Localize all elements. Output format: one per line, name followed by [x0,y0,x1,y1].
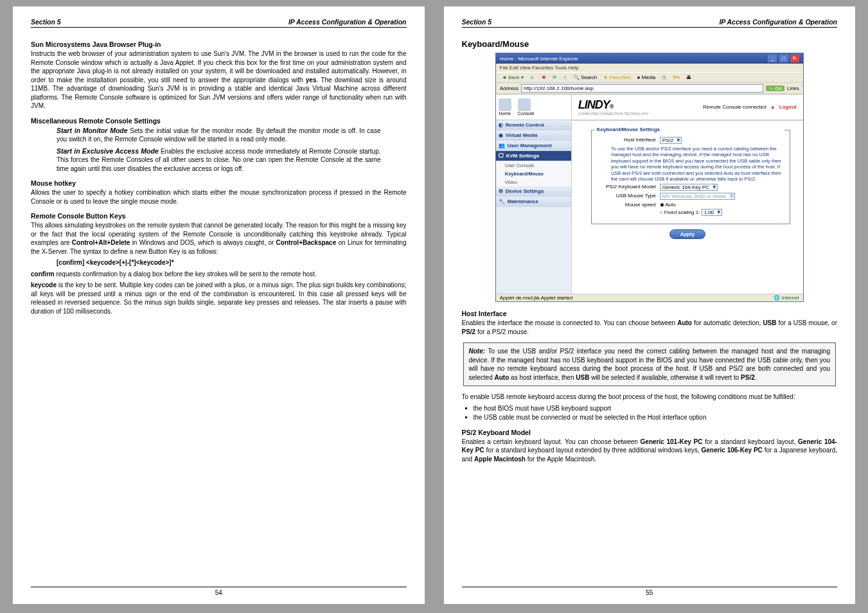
status-zone: 🌐 Internet [774,295,799,301]
address-input[interactable]: http://192.168.2.100/home.asp [521,84,763,93]
window-buttons[interactable]: _ □ ✕ [767,55,799,62]
links-label[interactable]: Links [787,85,799,91]
sidebar-sub-keyboard-mouse[interactable]: Keyboard/Mouse [496,170,571,178]
stop-icon[interactable]: ✖ [540,74,548,81]
sidebar-sub-user-console[interactable]: User Console [496,161,571,170]
address-bar: Address http://192.168.2.100/home.asp → … [496,83,803,94]
go-button[interactable]: → Go [766,85,784,91]
text-confirm: confirm requests confirmation by a dialo… [31,270,407,279]
window-titlebar: Home - Microsoft Internet Explorer _ □ ✕ [496,53,803,64]
text-button-keys: This allows simulating keystrokes on the… [31,221,407,256]
heading-keyboard-mouse: Keyboard/Mouse [462,39,838,49]
text-keycode: keycode is the key to be sent. Multiple … [31,281,407,315]
history-icon[interactable]: ◷ [660,74,668,81]
browser-toolbar: ◄ Back ▾ ► ✖ ⟳ ⌂ 🔍 Search ★ Favorites ● … [496,72,803,83]
minimize-icon[interactable]: _ [768,55,777,62]
search-button[interactable]: 🔍 Search [571,74,599,81]
brand-logo: LINDY® [578,98,649,112]
page-left: Section 5 IP Access Configuration & Oper… [13,6,425,604]
text-mouse-hotkey: Allows the user to specify a hotkey comb… [31,188,407,206]
page-number: 55 [646,589,653,596]
sidebar-item-device-settings[interactable]: ⚙Device Settings [496,186,571,197]
page-right: Section 5 IP Access Configuration & Oper… [444,6,856,604]
heading-ps2-model: PS/2 Keyboard Model [462,429,838,436]
print-icon[interactable]: 🖶 [684,74,693,81]
fieldset-legend: Keyboard/Mouse Settings [594,127,784,132]
text-monitor-mode: Start in Monitor Mode Sets the initial v… [57,126,381,144]
list-item: the USB cable must be connected or must … [474,413,838,422]
chevron-icon: ◐ [499,122,503,128]
apply-button[interactable]: Apply [669,229,705,239]
heading-host-interface: Host Interface [462,310,838,317]
maximize-icon[interactable]: □ [779,55,788,62]
warning-icon: ▲ [770,104,775,110]
sidebar-sub-video[interactable]: Video [496,178,571,186]
mouse-speed-label: Mouse speed [597,202,660,208]
status-left: Applet de.msd.jta.Applet started [500,295,572,301]
back-button[interactable]: ◄ Back ▾ [500,74,526,81]
usb-mouse-label: USB Mouse Type [597,193,660,199]
section-label: Section 5 [462,18,492,26]
media-button[interactable]: ● Media [635,74,657,81]
browser-statusbar: Applet de.msd.jta.Applet started 🌐 Inter… [496,294,803,301]
text-exclusive-mode: Start in Exclusive Access Mode Enables t… [57,147,381,173]
section-label: Section 5 [31,18,61,26]
forward-button[interactable]: ► [528,74,537,81]
browser-menu[interactable]: File Edit View Favorites Tools Help [496,64,803,72]
ps2-model-label: PS/2 Keyboard Model [597,184,660,190]
host-interface-hint: To use the USB and/or PS/2 interface you… [611,146,784,182]
keyboard-mouse-fieldset: Keyboard/Mouse Settings Host Interface P… [591,130,790,224]
sidebar-item-maintenance[interactable]: 🔧Maintenance [496,197,571,207]
radio-fixed[interactable]: ○ [660,209,663,215]
disk-icon: ◉ [499,132,503,138]
page-footer: 54 [31,587,407,596]
syntax-line: [confirm] <keycode>[+|-[*]<keycode>]* [57,258,381,267]
brand-subtitle: COMPUTER CONNECTION TECHNOLOGY [578,112,649,116]
mail-icon[interactable]: ✉▾ [671,74,682,81]
heading-misc-settings: Miscellaneous Remote Console Settings [31,117,407,125]
sidebar: Home Console ◐Remote Control ◉Virtual Me… [496,94,572,294]
radio-auto[interactable]: ◉ [660,202,664,208]
window-title: Home - Microsoft Internet Explorer [500,56,578,62]
gear-icon: ⚙ [499,188,503,194]
close-icon[interactable]: ✕ [790,55,799,62]
heading-button-keys: Remote Console Button Keys [31,212,407,220]
main-panel: LINDY® COMPUTER CONNECTION TECHNOLOGY Re… [572,94,803,294]
console-icon[interactable] [518,98,531,111]
sidebar-item-virtual-media[interactable]: ◉Virtual Media [496,130,571,141]
sidebar-header: Home Console [496,94,571,120]
home-icon[interactable]: ⌂ [562,74,569,81]
brand-bar: LINDY® COMPUTER CONNECTION TECHNOLOGY Re… [572,94,803,121]
header-title: IP Access Configuration & Operation [288,18,407,26]
text-ps2-model: Enables a certain keyboard layout. You c… [462,438,838,464]
heading-java-plugin: Sun Microsystems Java Browser Plug-in [31,40,407,48]
monitor-icon: 🖵 [499,153,504,159]
note-box: Note: To use the USB and/or PS/2 interfa… [463,342,837,386]
sidebar-item-user-management[interactable]: 👥User Management [496,141,571,151]
header-title: IP Access Configuration & Operation [719,18,837,26]
page-number: 54 [215,589,222,596]
heading-mouse-hotkey: Mouse hotkey [31,179,407,187]
page-header: Section 5 IP Access Configuration & Oper… [31,18,407,28]
page-header: Section 5 IP Access Configuration & Oper… [462,18,838,28]
list-item: the host BIOS must have USB keyboard sup… [474,404,838,413]
status-connection: Remote Console connected [703,104,766,110]
text-enable-usb: To enable USB remote keyboard access dur… [462,393,838,402]
text-host-interface: Enables the interface the mouse is conne… [462,319,838,336]
ps2-model-select[interactable]: Generic 104-Key PC [660,184,718,191]
host-interface-label: Host Interface [597,137,660,143]
usb-mouse-select[interactable]: MS Windows 2000 or newer [660,193,735,200]
host-interface-select[interactable]: PS/2 [660,137,682,144]
users-icon: 👥 [499,143,505,148]
refresh-icon[interactable]: ⟳ [551,74,559,81]
text-java-plugin: Instructs the web browser of your admini… [31,49,407,111]
sidebar-item-remote-control[interactable]: ◐Remote Control [496,120,571,130]
fixed-scale-select[interactable]: 1.00 [702,209,723,216]
logout-link[interactable]: Logout [779,104,797,110]
favorites-button[interactable]: ★ Favorites [601,74,632,81]
wrench-icon: 🔧 [499,199,505,204]
conditions-list: the host BIOS must have USB keyboard sup… [474,404,838,422]
browser-screenshot: Home - Microsoft Internet Explorer _ □ ✕… [495,53,804,302]
sidebar-item-kvm-settings[interactable]: 🖵KVM Settings [496,151,571,161]
home-icon[interactable] [499,98,511,111]
